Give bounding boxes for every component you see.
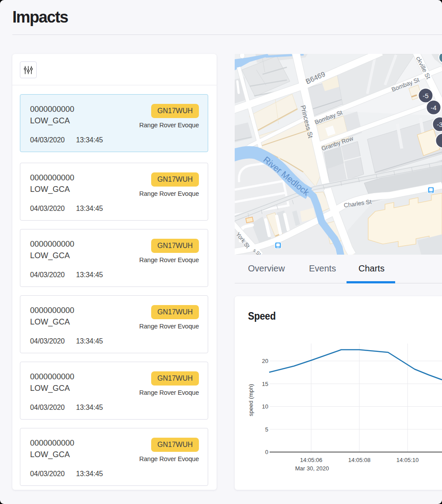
svg-text:-5: -5 [423,92,428,99]
svg-text:10: 10 [262,403,268,410]
svg-text:14:05:08: 14:05:08 [348,457,371,463]
svg-text:0: 0 [265,449,268,455]
svg-text:14:05:06: 14:05:06 [300,457,323,463]
svg-text:Mar 30, 2020: Mar 30, 2020 [295,465,329,472]
svg-text:-4: -4 [431,104,436,111]
svg-text:-3: -3 [437,121,442,128]
svg-text:14:05:10: 14:05:10 [396,457,419,463]
svg-text:15: 15 [262,381,268,387]
svg-text:20: 20 [262,358,268,364]
svg-text:5: 5 [265,426,268,433]
svg-text:speed (mph): speed (mph) [248,384,254,416]
